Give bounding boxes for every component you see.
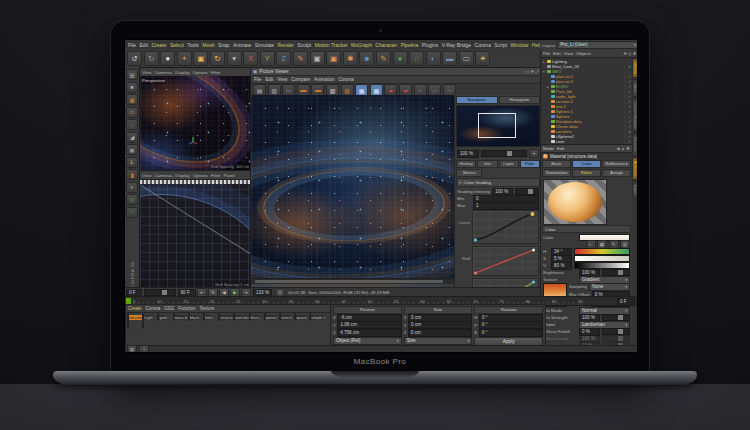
material-swatch[interactable]: panes bbox=[264, 314, 278, 321]
layer-dots-icon[interactable]: ⋮ bbox=[623, 135, 627, 139]
render-picture-viewer-icon[interactable]: ▣ bbox=[326, 51, 341, 66]
workplane-icon[interactable]: ✎ bbox=[293, 51, 308, 66]
viewport-menu-item[interactable]: Cameras bbox=[154, 70, 172, 75]
material-menu-item[interactable]: Function bbox=[178, 306, 195, 311]
picture-viewer-menu-item[interactable]: Corona bbox=[339, 77, 354, 82]
dock-side-tab[interactable]: Layer bbox=[632, 181, 637, 198]
navigator-thumbnail[interactable] bbox=[456, 105, 540, 147]
layer-dots-icon[interactable]: ⋮ bbox=[623, 85, 627, 89]
enable-check-icon[interactable]: ✕ bbox=[628, 130, 631, 134]
sampling-select[interactable]: None bbox=[589, 283, 630, 291]
material-swatch[interactable]: blurs bbox=[249, 314, 263, 321]
material-swatch[interactable]: gold bbox=[157, 314, 171, 321]
last-tool-icon[interactable]: ▾ bbox=[227, 51, 242, 66]
dock-side-tab[interactable]: Structure bbox=[632, 133, 637, 156]
menu-item[interactable]: Select bbox=[170, 42, 184, 48]
size-field[interactable]: 0 cm bbox=[408, 329, 473, 337]
object-manager-menu-item[interactable]: View bbox=[564, 51, 573, 56]
material-swatch[interactable]: Light bbox=[142, 314, 156, 321]
am-nav-icons[interactable]: ◀ ▲ ✱ bbox=[616, 146, 630, 151]
am-edit-label[interactable]: Edit bbox=[557, 146, 565, 151]
render-settings-icon[interactable]: ✱ bbox=[343, 51, 358, 66]
enable-check-icon[interactable]: ✓ bbox=[628, 115, 631, 119]
viewport-ortho[interactable]: ViewCamerasDisplayOptionsFilterPanel Gri… bbox=[139, 170, 252, 290]
navigator-zoom-slider[interactable] bbox=[481, 150, 527, 157]
attribute-tab[interactable]: Reflectance bbox=[602, 160, 631, 168]
window-control-icons[interactable]: ▭ ✥ ⤢ bbox=[525, 69, 539, 74]
picture-viewer-menu-item[interactable]: Edit bbox=[265, 77, 273, 82]
viewport-menu-item[interactable]: View bbox=[142, 173, 151, 178]
brightness-slider[interactable] bbox=[602, 269, 630, 276]
picture-viewer-menu-item[interactable]: Animation bbox=[314, 77, 334, 82]
viewport-menu-item[interactable]: Filter bbox=[211, 173, 221, 178]
filter-tab[interactable]: Filter bbox=[520, 160, 540, 168]
material-swatch[interactable]: holo bbox=[203, 314, 217, 321]
layer-dots-icon[interactable]: ⋮ bbox=[623, 80, 627, 84]
menu-item[interactable]: Corona bbox=[475, 42, 491, 48]
deformer-tool-icon[interactable]: ∩ bbox=[126, 207, 138, 218]
axis-mode-icon[interactable]: L bbox=[126, 157, 138, 168]
live-selection-icon[interactable]: ● bbox=[160, 51, 175, 66]
viewport-menu-item[interactable]: Display bbox=[175, 70, 189, 75]
enable-check-icon[interactable]: ✓ bbox=[628, 100, 631, 104]
object-manager-menu-item[interactable]: File bbox=[543, 51, 550, 56]
attribute-tab[interactable]: Basic bbox=[542, 160, 571, 168]
saturation-bar[interactable] bbox=[574, 255, 630, 262]
layer-dots-icon[interactable]: ⋮ bbox=[623, 90, 627, 94]
menu-item[interactable]: Plugins bbox=[422, 42, 438, 48]
viewport-menu-item[interactable]: Options bbox=[193, 70, 208, 75]
axis-x-lock-icon[interactable]: X bbox=[243, 51, 258, 66]
camera-icon[interactable]: ▭ bbox=[459, 51, 474, 66]
layer-dots-icon[interactable]: ⋮ bbox=[623, 110, 627, 114]
master-curve-editor[interactable] bbox=[472, 210, 539, 244]
material-menu-item[interactable]: GSG bbox=[164, 306, 174, 311]
material-swatch[interactable]: black bbox=[188, 314, 202, 321]
enable-check-icon[interactable]: ✓ bbox=[628, 85, 631, 89]
menu-item[interactable]: Create bbox=[151, 42, 166, 48]
layer-dots-icon[interactable]: ⋮ bbox=[623, 100, 627, 104]
rotate-tool-icon[interactable]: ↻ bbox=[210, 51, 225, 66]
add-icon[interactable]: + bbox=[139, 345, 149, 352]
mograph-cloner-icon[interactable]: ● bbox=[393, 51, 408, 66]
rotation-field[interactable]: 0 ° bbox=[479, 329, 543, 337]
material-preview[interactable] bbox=[543, 179, 630, 223]
material-swatch[interactable]: mass.b bbox=[173, 314, 187, 321]
value-field[interactable]: 80 % bbox=[551, 262, 572, 270]
hue-bar[interactable] bbox=[574, 248, 630, 255]
menu-item[interactable]: File bbox=[128, 42, 136, 48]
dock-side-tab[interactable]: Objects bbox=[632, 58, 637, 78]
layer-dots-icon[interactable]: ⋮ bbox=[623, 130, 627, 134]
mix-strength-slider[interactable] bbox=[602, 314, 630, 321]
attribute-tab[interactable]: Illumination bbox=[542, 169, 571, 177]
enable-check-icon[interactable]: ✓ bbox=[628, 80, 631, 84]
dock-side-tab[interactable]: Content Browser bbox=[632, 98, 637, 133]
undo-icon[interactable]: ↺ bbox=[127, 51, 142, 66]
picture-viewer-menu-item[interactable]: View bbox=[277, 77, 287, 82]
filter-tab[interactable]: Layer bbox=[499, 160, 519, 168]
material-swatch[interactable]: structure bbox=[127, 314, 141, 321]
enable-check-icon[interactable]: ✓ bbox=[628, 95, 631, 99]
stereo-tab[interactable]: Stereo bbox=[456, 169, 482, 177]
zoom-plus-icon[interactable]: + bbox=[529, 149, 539, 158]
render-view-icon[interactable]: ▣ bbox=[310, 51, 325, 66]
expand-caret-icon[interactable]: ▾ bbox=[543, 70, 546, 74]
primitive-cube-icon[interactable]: ■ bbox=[359, 51, 374, 66]
position-mode-select[interactable]: Object (Rel) bbox=[333, 337, 402, 345]
deformer-icon[interactable]: ∩ bbox=[409, 51, 424, 66]
viewport-menu-item[interactable]: Filter bbox=[211, 70, 221, 75]
layer-browser-icon[interactable]: ▦ bbox=[127, 345, 137, 352]
menu-item[interactable]: Tools bbox=[187, 42, 199, 48]
menu-item[interactable]: Window bbox=[510, 42, 528, 48]
layer-dots-icon[interactable]: ⋮ bbox=[623, 125, 627, 129]
picture-viewer-menu-item[interactable]: File bbox=[254, 77, 261, 82]
layer-dots-icon[interactable]: ⋮ bbox=[623, 120, 627, 124]
filter-tab[interactable]: Info bbox=[477, 160, 497, 168]
workplane-mode-icon[interactable]: ◇ bbox=[126, 107, 138, 118]
edges-mode-icon[interactable]: ◢ bbox=[126, 132, 138, 143]
menu-item[interactable]: Mesh bbox=[202, 42, 214, 48]
material-swatch[interactable]: wire.blu bbox=[233, 314, 247, 321]
diffuse-falloff-slider[interactable] bbox=[602, 328, 630, 335]
menu-item[interactable]: Edit bbox=[139, 42, 148, 48]
max-field[interactable]: 1 bbox=[473, 202, 539, 210]
viewport-menu-item[interactable]: Display bbox=[175, 173, 189, 178]
